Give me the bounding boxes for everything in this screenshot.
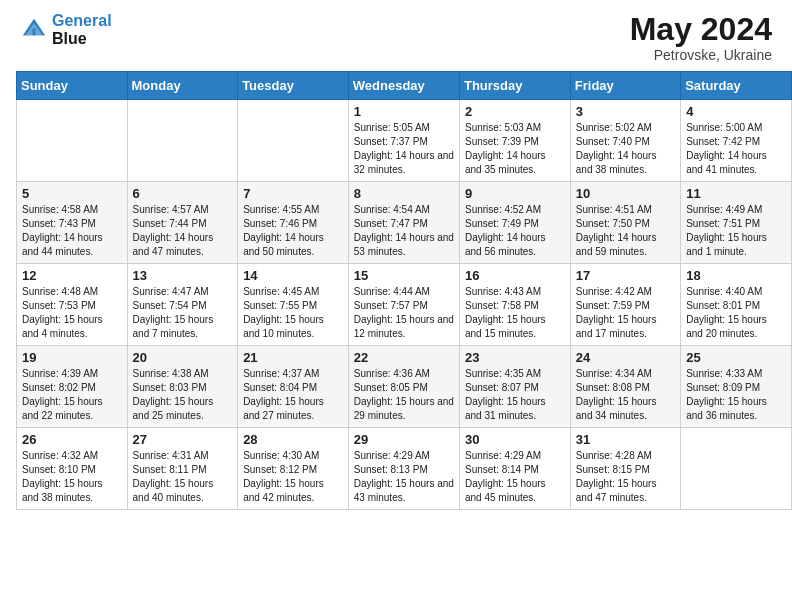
calendar-cell: 20Sunrise: 4:38 AMSunset: 8:03 PMDayligh…	[127, 346, 238, 428]
page-header: General Blue May 2024 Petrovske, Ukraine	[0, 0, 792, 71]
day-number: 22	[354, 350, 454, 365]
calendar-body: 1Sunrise: 5:05 AMSunset: 7:37 PMDaylight…	[17, 100, 792, 510]
day-info: Sunrise: 4:52 AMSunset: 7:49 PMDaylight:…	[465, 203, 565, 259]
calendar-header: SundayMondayTuesdayWednesdayThursdayFrid…	[17, 72, 792, 100]
day-number: 15	[354, 268, 454, 283]
calendar-cell: 18Sunrise: 4:40 AMSunset: 8:01 PMDayligh…	[681, 264, 792, 346]
calendar-cell: 24Sunrise: 4:34 AMSunset: 8:08 PMDayligh…	[570, 346, 680, 428]
day-number: 21	[243, 350, 343, 365]
day-info: Sunrise: 4:36 AMSunset: 8:05 PMDaylight:…	[354, 367, 454, 423]
day-info: Sunrise: 4:31 AMSunset: 8:11 PMDaylight:…	[133, 449, 233, 505]
day-number: 3	[576, 104, 675, 119]
calendar-cell: 3Sunrise: 5:02 AMSunset: 7:40 PMDaylight…	[570, 100, 680, 182]
calendar-cell: 13Sunrise: 4:47 AMSunset: 7:54 PMDayligh…	[127, 264, 238, 346]
logo-general: General	[52, 12, 112, 29]
day-number: 23	[465, 350, 565, 365]
calendar-cell: 28Sunrise: 4:30 AMSunset: 8:12 PMDayligh…	[238, 428, 349, 510]
day-number: 9	[465, 186, 565, 201]
day-number: 12	[22, 268, 122, 283]
calendar-cell: 2Sunrise: 5:03 AMSunset: 7:39 PMDaylight…	[459, 100, 570, 182]
calendar-cell	[127, 100, 238, 182]
calendar-subtitle: Petrovske, Ukraine	[630, 47, 772, 63]
calendar-cell	[238, 100, 349, 182]
weekday-header-saturday: Saturday	[681, 72, 792, 100]
calendar-week-row: 26Sunrise: 4:32 AMSunset: 8:10 PMDayligh…	[17, 428, 792, 510]
day-number: 17	[576, 268, 675, 283]
logo: General Blue	[20, 12, 112, 49]
day-number: 29	[354, 432, 454, 447]
calendar-week-row: 5Sunrise: 4:58 AMSunset: 7:43 PMDaylight…	[17, 182, 792, 264]
day-number: 30	[465, 432, 565, 447]
weekday-header-sunday: Sunday	[17, 72, 128, 100]
day-info: Sunrise: 4:43 AMSunset: 7:58 PMDaylight:…	[465, 285, 565, 341]
day-info: Sunrise: 4:38 AMSunset: 8:03 PMDaylight:…	[133, 367, 233, 423]
day-number: 4	[686, 104, 786, 119]
calendar-cell: 21Sunrise: 4:37 AMSunset: 8:04 PMDayligh…	[238, 346, 349, 428]
day-info: Sunrise: 5:02 AMSunset: 7:40 PMDaylight:…	[576, 121, 675, 177]
day-info: Sunrise: 4:48 AMSunset: 7:53 PMDaylight:…	[22, 285, 122, 341]
weekday-header-row: SundayMondayTuesdayWednesdayThursdayFrid…	[17, 72, 792, 100]
day-number: 5	[22, 186, 122, 201]
day-number: 20	[133, 350, 233, 365]
day-number: 27	[133, 432, 233, 447]
logo-icon	[20, 16, 48, 44]
calendar-cell	[681, 428, 792, 510]
calendar-cell: 31Sunrise: 4:28 AMSunset: 8:15 PMDayligh…	[570, 428, 680, 510]
day-number: 8	[354, 186, 454, 201]
calendar-cell: 7Sunrise: 4:55 AMSunset: 7:46 PMDaylight…	[238, 182, 349, 264]
calendar-cell: 4Sunrise: 5:00 AMSunset: 7:42 PMDaylight…	[681, 100, 792, 182]
day-info: Sunrise: 4:32 AMSunset: 8:10 PMDaylight:…	[22, 449, 122, 505]
day-number: 24	[576, 350, 675, 365]
day-info: Sunrise: 4:34 AMSunset: 8:08 PMDaylight:…	[576, 367, 675, 423]
day-info: Sunrise: 4:39 AMSunset: 8:02 PMDaylight:…	[22, 367, 122, 423]
day-info: Sunrise: 4:58 AMSunset: 7:43 PMDaylight:…	[22, 203, 122, 259]
day-info: Sunrise: 4:57 AMSunset: 7:44 PMDaylight:…	[133, 203, 233, 259]
calendar-cell: 22Sunrise: 4:36 AMSunset: 8:05 PMDayligh…	[348, 346, 459, 428]
logo-text: General Blue	[52, 12, 112, 49]
day-number: 19	[22, 350, 122, 365]
calendar-cell: 5Sunrise: 4:58 AMSunset: 7:43 PMDaylight…	[17, 182, 128, 264]
day-number: 31	[576, 432, 675, 447]
day-number: 25	[686, 350, 786, 365]
calendar-cell: 15Sunrise: 4:44 AMSunset: 7:57 PMDayligh…	[348, 264, 459, 346]
calendar-wrapper: SundayMondayTuesdayWednesdayThursdayFrid…	[0, 71, 792, 518]
day-number: 6	[133, 186, 233, 201]
calendar-cell: 19Sunrise: 4:39 AMSunset: 8:02 PMDayligh…	[17, 346, 128, 428]
day-info: Sunrise: 4:35 AMSunset: 8:07 PMDaylight:…	[465, 367, 565, 423]
calendar-cell	[17, 100, 128, 182]
day-info: Sunrise: 5:05 AMSunset: 7:37 PMDaylight:…	[354, 121, 454, 177]
day-number: 1	[354, 104, 454, 119]
calendar-cell: 16Sunrise: 4:43 AMSunset: 7:58 PMDayligh…	[459, 264, 570, 346]
day-info: Sunrise: 4:49 AMSunset: 7:51 PMDaylight:…	[686, 203, 786, 259]
day-info: Sunrise: 5:03 AMSunset: 7:39 PMDaylight:…	[465, 121, 565, 177]
day-number: 10	[576, 186, 675, 201]
calendar-cell: 30Sunrise: 4:29 AMSunset: 8:14 PMDayligh…	[459, 428, 570, 510]
day-info: Sunrise: 4:29 AMSunset: 8:13 PMDaylight:…	[354, 449, 454, 505]
calendar-cell: 1Sunrise: 5:05 AMSunset: 7:37 PMDaylight…	[348, 100, 459, 182]
calendar-cell: 25Sunrise: 4:33 AMSunset: 8:09 PMDayligh…	[681, 346, 792, 428]
day-info: Sunrise: 4:33 AMSunset: 8:09 PMDaylight:…	[686, 367, 786, 423]
calendar-week-row: 19Sunrise: 4:39 AMSunset: 8:02 PMDayligh…	[17, 346, 792, 428]
day-number: 13	[133, 268, 233, 283]
calendar-cell: 8Sunrise: 4:54 AMSunset: 7:47 PMDaylight…	[348, 182, 459, 264]
weekday-header-monday: Monday	[127, 72, 238, 100]
calendar-week-row: 12Sunrise: 4:48 AMSunset: 7:53 PMDayligh…	[17, 264, 792, 346]
calendar-cell: 17Sunrise: 4:42 AMSunset: 7:59 PMDayligh…	[570, 264, 680, 346]
day-number: 28	[243, 432, 343, 447]
day-number: 18	[686, 268, 786, 283]
calendar-week-row: 1Sunrise: 5:05 AMSunset: 7:37 PMDaylight…	[17, 100, 792, 182]
day-number: 26	[22, 432, 122, 447]
weekday-header-wednesday: Wednesday	[348, 72, 459, 100]
calendar-cell: 9Sunrise: 4:52 AMSunset: 7:49 PMDaylight…	[459, 182, 570, 264]
weekday-header-friday: Friday	[570, 72, 680, 100]
calendar-cell: 6Sunrise: 4:57 AMSunset: 7:44 PMDaylight…	[127, 182, 238, 264]
day-info: Sunrise: 4:40 AMSunset: 8:01 PMDaylight:…	[686, 285, 786, 341]
day-info: Sunrise: 4:47 AMSunset: 7:54 PMDaylight:…	[133, 285, 233, 341]
calendar-cell: 23Sunrise: 4:35 AMSunset: 8:07 PMDayligh…	[459, 346, 570, 428]
calendar-cell: 10Sunrise: 4:51 AMSunset: 7:50 PMDayligh…	[570, 182, 680, 264]
day-number: 14	[243, 268, 343, 283]
day-number: 16	[465, 268, 565, 283]
calendar-cell: 29Sunrise: 4:29 AMSunset: 8:13 PMDayligh…	[348, 428, 459, 510]
day-info: Sunrise: 4:45 AMSunset: 7:55 PMDaylight:…	[243, 285, 343, 341]
day-info: Sunrise: 4:44 AMSunset: 7:57 PMDaylight:…	[354, 285, 454, 341]
